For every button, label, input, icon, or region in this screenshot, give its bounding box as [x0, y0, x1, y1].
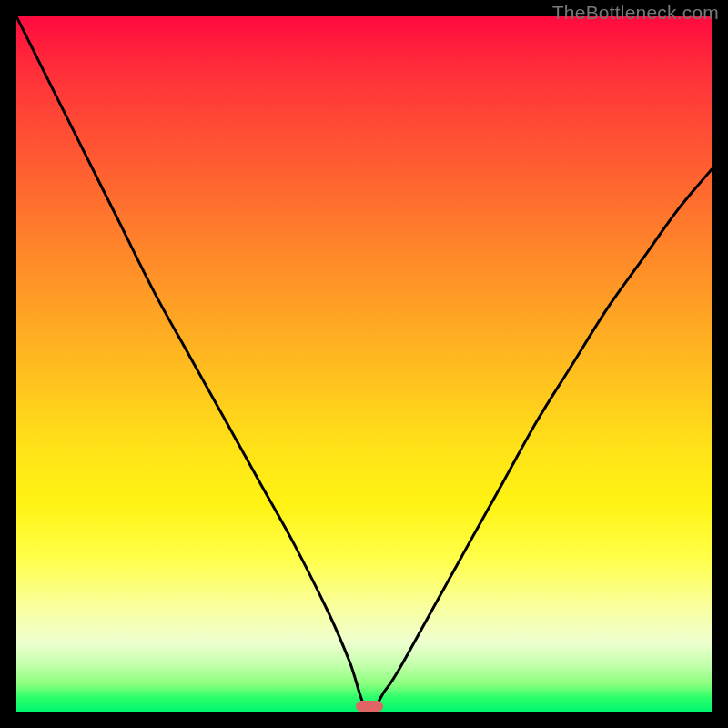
- bottleneck-curve: [16, 16, 712, 712]
- optimal-marker: [356, 701, 383, 712]
- chart-frame: TheBottleneck.com: [0, 0, 728, 728]
- watermark-text: TheBottleneck.com: [552, 2, 719, 24]
- plot-area: [16, 16, 712, 712]
